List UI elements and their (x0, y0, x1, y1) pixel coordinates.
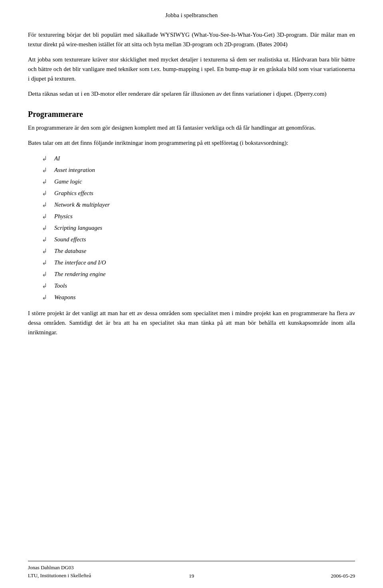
paragraph-3: Detta räknas sedan ut i en 3D-motor elle… (28, 89, 355, 99)
list-item: ↲ Network & multiplayer (40, 201, 355, 209)
section-closing: I större projekt är det vanligt att man … (28, 308, 355, 337)
section-intro-2: Bates talar om att det finns följande in… (28, 138, 355, 148)
footer-page-number: 19 (189, 573, 194, 579)
list-bullet-icon: ↲ (40, 294, 49, 301)
list-item: ↲ AI (40, 155, 355, 162)
list-item: ↲ Sound effects (40, 236, 355, 243)
list-item: ↲ Scripting languages (40, 224, 355, 232)
list-item: ↲ The rendering engine (40, 270, 355, 278)
list-bullet-icon: ↲ (40, 213, 49, 220)
list-item: ↲ Physics (40, 213, 355, 220)
paragraph-1: För texturering börjar det bli populärt … (28, 30, 355, 49)
list-bullet-icon: ↲ (40, 155, 49, 162)
list-bullet-icon: ↲ (40, 270, 49, 278)
list-bullet-icon: ↲ (40, 178, 49, 185)
list-item: ↲ Game logic (40, 178, 355, 185)
paragraph-2: Att jobba som texturerare kräver stor sk… (28, 55, 355, 83)
list-item: ↲ Tools (40, 282, 355, 290)
list-bullet-icon: ↲ (40, 236, 49, 243)
page-title: Jobba i spelbranschen (165, 12, 218, 18)
list-item: ↲ Asset integration (40, 166, 355, 174)
footer-author: Jonas Dahlman DG03 (28, 564, 91, 572)
list-bullet-icon: ↲ (40, 224, 49, 232)
list-item: ↲ Graphics effects (40, 189, 355, 197)
list-bullet-icon: ↲ (40, 166, 49, 174)
page-header: Jobba i spelbranschen (28, 12, 355, 19)
list-bullet-icon: ↲ (40, 282, 49, 290)
programming-list: ↲ AI ↲ Asset integration ↲ Game logic ↲ … (40, 155, 355, 301)
list-bullet-icon: ↲ (40, 259, 49, 266)
list-item: ↲ Weapons (40, 294, 355, 301)
list-item: ↲ The interface and I/O (40, 259, 355, 266)
section-heading: Programmerare (28, 110, 355, 119)
list-bullet-icon: ↲ (40, 189, 49, 197)
footer-institution: LTU, Institutionen i Skellefteå (28, 572, 91, 580)
page-footer: Jonas Dahlman DG03 LTU, Institutionen i … (28, 561, 355, 579)
footer-left: Jonas Dahlman DG03 LTU, Institutionen i … (28, 564, 91, 579)
list-item: ↲ The database (40, 247, 355, 255)
footer-date: 2006-05-29 (331, 573, 355, 579)
section-intro-1: En programmerare är den som gör designen… (28, 123, 355, 132)
list-bullet-icon: ↲ (40, 201, 49, 209)
list-bullet-icon: ↲ (40, 247, 49, 255)
page: Jobba i spelbranschen För texturering bö… (0, 0, 383, 588)
